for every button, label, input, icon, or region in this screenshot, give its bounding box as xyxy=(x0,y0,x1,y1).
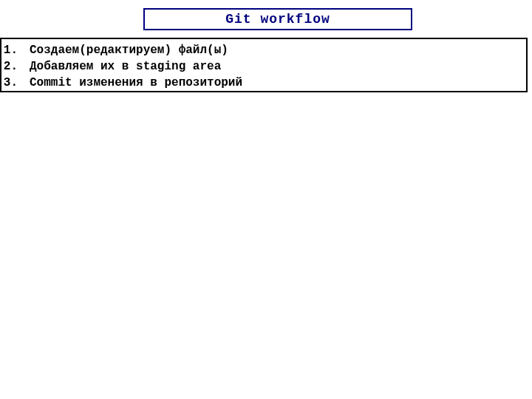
page-title: Git workflow xyxy=(225,12,330,27)
list-item: Добавляем их в staging area xyxy=(1,58,526,75)
steps-list: Создаем(редактируем) файл(ы) Добавляем и… xyxy=(1,42,526,91)
list-item: Commit изменения в репозиторий xyxy=(1,75,526,91)
list-item: Создаем(редактируем) файл(ы) xyxy=(1,42,526,58)
steps-box: Создаем(редактируем) файл(ы) Добавляем и… xyxy=(0,38,528,92)
title-box: Git workflow xyxy=(143,8,412,30)
